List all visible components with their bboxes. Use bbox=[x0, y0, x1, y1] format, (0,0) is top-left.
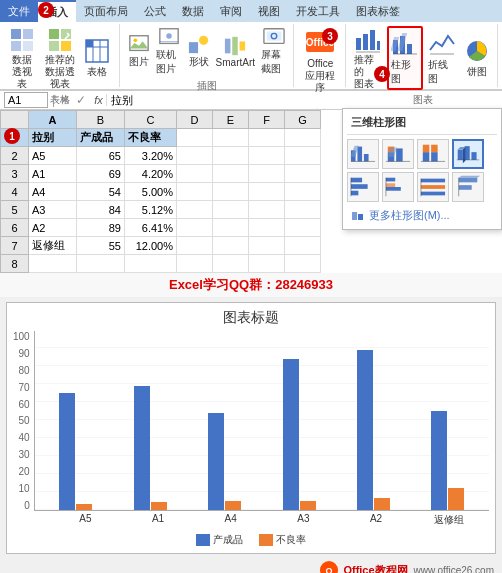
screenshot-button[interactable]: 屏幕截图 bbox=[259, 24, 289, 78]
cell-a2[interactable]: A5 bbox=[29, 147, 77, 165]
svg-point-16 bbox=[166, 33, 172, 39]
chart-type-3d-stack[interactable] bbox=[382, 139, 414, 169]
table-button[interactable]: 表格 bbox=[81, 35, 113, 81]
cell-c7[interactable]: 12.00% bbox=[125, 237, 177, 255]
cell-b3[interactable]: 69 bbox=[77, 165, 125, 183]
callout-4: 4 bbox=[374, 66, 390, 82]
cell-c1[interactable]: 不良率 bbox=[125, 129, 177, 147]
cell-c5[interactable]: 5.12% bbox=[125, 201, 177, 219]
svg-rect-56 bbox=[351, 191, 358, 196]
cell-b1[interactable]: 产成品 bbox=[77, 129, 125, 147]
table-row: 3 A1 69 4.20% bbox=[1, 165, 321, 183]
callout-2: 2 bbox=[38, 2, 54, 18]
cell-c6[interactable]: 6.41% bbox=[125, 219, 177, 237]
chart-type-panel-title: 三维柱形图 bbox=[347, 113, 497, 135]
online-picture-button[interactable]: 联机图片 bbox=[154, 24, 184, 78]
line-chart-button[interactable]: 折线图 bbox=[426, 28, 458, 88]
pivot-table-button[interactable]: 数据透视表 bbox=[6, 24, 38, 92]
svg-rect-60 bbox=[421, 179, 445, 183]
name-box[interactable] bbox=[4, 92, 48, 108]
chart-group-a4 bbox=[187, 413, 261, 510]
ribbon-body: 数据透视表 推荐的数据透视表 bbox=[0, 22, 502, 90]
cell-c3[interactable]: 4.20% bbox=[125, 165, 177, 183]
group-label-illustration: 插图 bbox=[197, 79, 217, 93]
chart-type-3d-solo[interactable] bbox=[452, 139, 484, 169]
formula-input[interactable] bbox=[111, 92, 498, 108]
spreadsheet-table: A B C D E F G 1 拉别 产成品 不良率 bbox=[0, 110, 321, 273]
bar-repair-product bbox=[431, 411, 447, 510]
svg-rect-38 bbox=[357, 147, 362, 162]
table-row: 4 A4 54 5.00% bbox=[1, 183, 321, 201]
cell-b2[interactable]: 65 bbox=[77, 147, 125, 165]
table-row: 5 A3 84 5.12% bbox=[1, 201, 321, 219]
chart-title: 图表标题 bbox=[13, 309, 489, 327]
more-chart-types-link[interactable]: 更多柱形图(M)... bbox=[347, 206, 497, 225]
cell-b7[interactable]: 55 bbox=[77, 237, 125, 255]
legend-item-defect: 不良率 bbox=[259, 533, 306, 547]
legend-label-product: 产成品 bbox=[213, 533, 243, 547]
svg-rect-19 bbox=[225, 38, 231, 53]
recommended-charts-button[interactable]: 推荐的图表 bbox=[352, 24, 384, 92]
svg-rect-12 bbox=[86, 40, 93, 47]
tab-formulas[interactable]: 公式 bbox=[136, 0, 174, 22]
tab-review[interactable]: 审阅 bbox=[212, 0, 250, 22]
svg-rect-46 bbox=[423, 145, 430, 152]
svg-rect-28 bbox=[363, 34, 368, 50]
cell-b5[interactable]: 84 bbox=[77, 201, 125, 219]
tab-file[interactable]: 文件 bbox=[0, 0, 38, 22]
cell-a7[interactable]: 返修组 bbox=[29, 237, 77, 255]
svg-rect-33 bbox=[407, 44, 412, 54]
svg-marker-64 bbox=[459, 176, 480, 178]
pivot-recommend-button[interactable]: 推荐的数据透视表 bbox=[41, 24, 78, 92]
bar-a2-defect bbox=[374, 498, 390, 510]
table-row: 7 返修组 55 12.00% bbox=[1, 237, 321, 255]
tab-devtools[interactable]: 开发工具 bbox=[288, 0, 348, 22]
chart-type-3d-bar-d[interactable] bbox=[452, 172, 484, 202]
table-row: 8 bbox=[1, 255, 321, 273]
bar-a1-product bbox=[134, 386, 150, 510]
fx-icon[interactable]: fx bbox=[91, 94, 107, 106]
picture-button[interactable]: 图片 bbox=[126, 31, 152, 71]
chart-group-a3 bbox=[262, 359, 336, 510]
cell-a5[interactable]: A3 bbox=[29, 201, 77, 219]
pie-chart-button[interactable]: 饼图 bbox=[461, 35, 493, 81]
ribbon-group-table: 数据透视表 推荐的数据透视表 bbox=[4, 24, 120, 87]
svg-rect-21 bbox=[240, 41, 246, 50]
cell-b4[interactable]: 54 bbox=[77, 183, 125, 201]
ad-banner: Excel学习QQ群：28246933 bbox=[0, 273, 502, 298]
ribbon-group-charts: 推荐的图表 柱形图 折线图 bbox=[348, 24, 498, 87]
svg-rect-51 bbox=[471, 152, 476, 160]
table-row: 2 A5 65 3.20% bbox=[1, 147, 321, 165]
svg-rect-20 bbox=[233, 36, 239, 54]
bar-a2-product bbox=[357, 350, 373, 510]
bar-a1-defect bbox=[151, 502, 167, 510]
cell-c4[interactable]: 5.00% bbox=[125, 183, 177, 201]
cell-b6[interactable]: 89 bbox=[77, 219, 125, 237]
smartart-button[interactable]: SmartArt bbox=[214, 33, 257, 70]
cell-c2[interactable]: 3.20% bbox=[125, 147, 177, 165]
chart-type-3d-bar-c[interactable] bbox=[417, 172, 449, 202]
tab-pagelayout[interactable]: 页面布局 bbox=[76, 0, 136, 22]
tab-charttag[interactable]: 图表标签 bbox=[348, 0, 408, 22]
chart-group-a5 bbox=[39, 393, 113, 510]
svg-rect-66 bbox=[352, 212, 357, 220]
legend-item-product: 产成品 bbox=[196, 533, 243, 547]
shapes-button[interactable]: 形状 bbox=[186, 31, 212, 71]
tab-view[interactable]: 视图 bbox=[250, 0, 288, 22]
chart-type-3d-bar-b[interactable] bbox=[382, 172, 414, 202]
svg-rect-7 bbox=[61, 41, 71, 51]
svg-rect-1 bbox=[23, 29, 33, 39]
chart-type-3d-cluster[interactable] bbox=[347, 139, 379, 169]
cell-a6[interactable]: A2 bbox=[29, 219, 77, 237]
tab-data[interactable]: 数据 bbox=[174, 0, 212, 22]
chart-x-labels: A5 A1 A4 A3 A2 返修组 bbox=[45, 511, 489, 527]
cancel-formula-icon[interactable]: ✕ bbox=[59, 93, 71, 107]
chart-type-3d-full-stack[interactable] bbox=[417, 139, 449, 169]
svg-rect-54 bbox=[351, 178, 362, 183]
chart-type-3d-bar-a[interactable] bbox=[347, 172, 379, 202]
cell-a3[interactable]: A1 bbox=[29, 165, 77, 183]
cell-a1[interactable]: 拉别 bbox=[29, 129, 77, 147]
cell-a4[interactable]: A4 bbox=[29, 183, 77, 201]
confirm-formula-icon[interactable]: ✓ bbox=[75, 93, 87, 107]
bar-chart-button[interactable]: 柱形图 bbox=[387, 26, 423, 90]
